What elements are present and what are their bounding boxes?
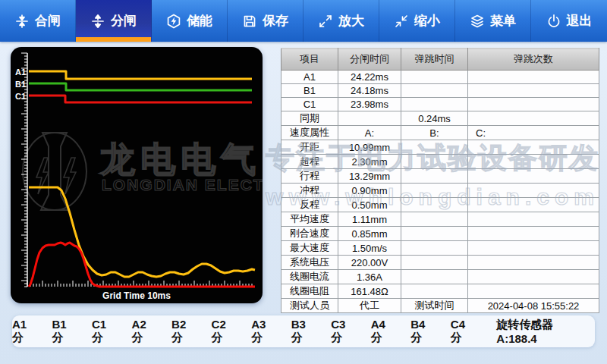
series-B1-contact-state	[29, 83, 252, 90]
table-cell: 24.22ms	[338, 71, 401, 84]
tab-close[interactable]: 合闸	[0, 0, 76, 42]
table-row: 线圈电阻161.48Ω	[281, 284, 599, 299]
table-cell	[468, 184, 599, 198]
table-cell	[468, 169, 599, 184]
phase-label-B1: B1	[15, 80, 26, 89]
tab-save[interactable]: 保存	[228, 0, 304, 42]
table-cell	[468, 241, 599, 256]
status-phase-item: C2 分	[212, 318, 241, 345]
table-cell: 0.85mm	[338, 227, 401, 241]
table-cell: 1.36A	[338, 270, 401, 284]
table-row: 反程0.50mm	[281, 198, 599, 212]
table-row: 最大速度1.50m/s	[281, 241, 599, 256]
table-cell	[401, 198, 468, 212]
zoom-out-icon	[394, 14, 409, 29]
table-cell: 0.90mm	[338, 184, 401, 198]
table-row: 开距10.99mm	[281, 140, 599, 155]
table-cell: 行程	[281, 169, 338, 184]
table-cell: B:	[401, 126, 468, 140]
table-row: 冲程0.90mm	[281, 184, 599, 198]
table-cell: 超程	[281, 155, 338, 169]
table-cell	[401, 140, 468, 155]
table-cell: 平均速度	[281, 212, 338, 227]
tab-zoom-out[interactable]: 缩小	[379, 0, 455, 42]
status-phase-item: A2 分	[132, 318, 161, 345]
table-cell: 161.48Ω	[338, 284, 401, 299]
table-cell	[401, 270, 468, 284]
table-row: B124.18ms	[281, 84, 599, 98]
table-cell	[468, 270, 599, 284]
table-cell	[468, 198, 599, 212]
phase-label-A1: A1	[15, 67, 26, 77]
tab-label: 保存	[263, 12, 288, 30]
table-cell	[468, 71, 599, 84]
table-cell: 2.30mm	[338, 155, 401, 169]
table-row: 线圈电流1.36A	[281, 270, 599, 284]
table-cell	[401, 256, 468, 270]
table-cell	[468, 98, 599, 111]
status-phase-item: B1 分	[52, 318, 80, 345]
tab-label: 缩小	[414, 12, 440, 30]
close-arrows-icon	[14, 14, 30, 29]
tab-exit[interactable]: 退出	[531, 0, 607, 42]
table-cell: 10.99mm	[338, 140, 401, 155]
table-cell: 线圈电阻	[281, 284, 338, 299]
tab-label: 菜单	[490, 12, 516, 30]
table-cell: 0.24ms	[401, 111, 468, 126]
table-cell: 1.50m/s	[338, 241, 401, 256]
status-phase-item: A1 分	[12, 318, 41, 345]
tab-label: 分闸	[111, 12, 137, 30]
table-cell	[468, 140, 599, 155]
chart-panel: 龙电电气 LONGDIAN ELECTRIC A1B1C1 Grid Time …	[11, 47, 263, 303]
table-row: 测试人员代工测试时间2024-04-08 15:55:22	[281, 299, 599, 313]
table-cell	[468, 212, 599, 227]
table-cell	[401, 98, 468, 111]
grid-time-label: Grid Time 10ms	[11, 290, 263, 301]
table-cell: C:	[468, 126, 599, 140]
table-cell: 24.18ms	[338, 84, 401, 98]
table-cell: B1	[281, 84, 338, 98]
series-coil-current-curve	[29, 243, 255, 287]
table-cell: A:	[338, 126, 401, 140]
table-cell: 13.29mm	[338, 169, 401, 184]
energy-bolt-icon	[166, 14, 181, 29]
table-cell: 冲程	[281, 184, 338, 198]
status-phase-item: B2 分	[171, 318, 200, 345]
table-cell	[401, 284, 468, 299]
table-cell	[401, 155, 468, 169]
table-cell	[401, 241, 468, 256]
table-cell: 线圈电流	[281, 270, 338, 284]
status-phase-item: B3 分	[291, 318, 320, 345]
series-travel-curve	[29, 187, 255, 277]
table-row: 速度属性A:B:C:	[281, 126, 599, 140]
table-cell: 220.00V	[338, 256, 401, 270]
column-header: 弹跳次数	[468, 49, 599, 71]
table-cell: 最大速度	[281, 241, 338, 256]
tab-label: 储能	[187, 12, 212, 30]
tab-zoom-in[interactable]: 放大	[304, 0, 379, 42]
table-cell: 1.11mm	[338, 212, 401, 227]
table-cell	[401, 84, 468, 98]
menu-layers-icon	[470, 14, 485, 29]
status-phase-item: C4 分	[451, 318, 480, 345]
tab-menu[interactable]: 菜单	[455, 0, 531, 42]
table-cell	[401, 184, 468, 198]
tab-open[interactable]: 分闸	[76, 0, 152, 42]
table-cell: 测试时间	[401, 299, 468, 313]
status-phase-item: A3 分	[251, 318, 280, 345]
table-cell	[468, 256, 599, 270]
table-cell	[468, 284, 599, 299]
series-C1-contact-state	[29, 96, 252, 102]
status-phase-item: C1 分	[92, 318, 121, 345]
tab-energy[interactable]: 储能	[152, 0, 228, 42]
waveform-chart: A1B1C1	[11, 47, 263, 303]
table-cell: 速度属性	[281, 126, 338, 140]
column-header: 分闸时间	[338, 49, 401, 71]
tab-label: 合闸	[35, 12, 61, 30]
phase-label-C1: C1	[15, 92, 26, 101]
table-cell: 开距	[281, 140, 338, 155]
table-cell	[401, 169, 468, 184]
table-header-row: 项目分闸时间弹跳时间弹跳次数	[281, 49, 599, 71]
table-row: 同期0.24ms	[281, 111, 599, 126]
table-cell: 反程	[281, 198, 338, 212]
